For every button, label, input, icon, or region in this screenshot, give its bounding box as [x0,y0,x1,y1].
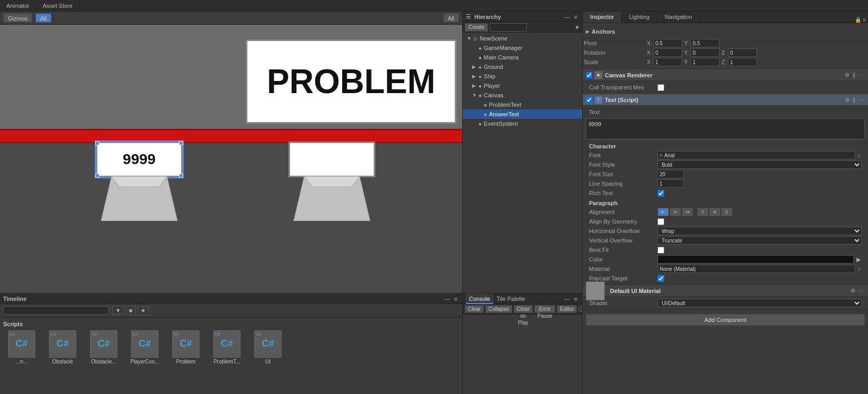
hierarchy-item-eventsystem[interactable]: ▶ ● EventSystem [463,119,582,128]
raycast-target-checkbox[interactable] [657,275,664,282]
tl-btn-3[interactable]: ★ [137,306,149,316]
timeline-lock-btn[interactable]: — [443,296,452,302]
material-select-btn[interactable]: ○ [856,266,862,272]
v-overflow-dropdown[interactable]: Truncate [657,236,862,245]
tab-asset-store[interactable]: Asset Store [36,0,79,12]
answer-box-1[interactable]: 9999 [96,142,183,177]
font-style-dropdown[interactable]: Bold [657,160,862,169]
scale-z-input[interactable] [728,58,757,66]
hierarchy-item-ground[interactable]: ▶ ● Ground [463,62,582,72]
tab-navigation[interactable]: Navigation [657,12,700,23]
default-material-settings-btn[interactable]: ⚙ [850,288,856,294]
text-script-checkbox[interactable] [586,97,592,103]
script-item-4[interactable]: C# C# Problem [167,330,204,365]
hierarchy-opts[interactable]: ▼ [574,24,580,31]
gizmos-button[interactable]: Gizmos [3,13,32,23]
font-field[interactable]: A Arial [657,151,855,159]
color-eyedropper-btn[interactable]: ▶ [855,256,862,263]
font-size-input[interactable] [657,170,684,178]
clear-button[interactable]: Clear [465,305,484,313]
align-right-btn[interactable]: ⇥ [682,208,693,216]
tab-inspector[interactable]: Inspector [583,12,622,23]
align-by-geometry-checkbox[interactable] [657,218,664,225]
hierarchy-item-maincamera[interactable]: ▶ ● Main Camera [463,53,582,62]
hierarchy-menu-btn[interactable]: ≡ [573,14,579,20]
hierarchy-item-answertext[interactable]: ▶ ● AnswerText [463,109,582,119]
default-material-header[interactable]: Default UI Material ⚙ ⋯ [583,285,868,297]
all-button[interactable]: All [35,13,51,23]
script-item-6[interactable]: C# C# UI [250,330,286,365]
inspector-lock-btn[interactable]: 🔒 [855,17,861,23]
hierarchy-item-gamemanager[interactable]: ▶ ● GameManager [463,43,582,53]
inspector-menu-btn[interactable]: ≡ [863,17,866,23]
text-value-area[interactable]: 9999 [586,118,865,139]
shader-dropdown[interactable]: UI/Default [657,299,862,307]
pivot-x-input[interactable] [653,39,682,47]
text-script-more-btn[interactable]: ⋯ [857,97,865,103]
align-bottom-btn[interactable]: ⇩ [721,208,733,216]
align-middle-btn[interactable]: ≡ [709,208,721,216]
default-material-more-btn[interactable]: ⋯ [857,288,865,294]
timeline-search-input[interactable] [3,306,108,315]
hierarchy-item-newscene[interactable]: ▼ ⊙ NewScene [463,34,582,43]
tl-btn-2[interactable]: ■ [126,306,136,315]
hierarchy-lock-btn[interactable]: — [563,14,572,20]
console-tab-console[interactable]: Console [466,294,493,304]
timeline-menu-btn[interactable]: ≡ [453,296,459,302]
rich-text-checkbox[interactable] [657,190,664,197]
answer-text-1: 9999 [123,151,155,168]
tl-btn-1[interactable]: ▼ [112,306,124,315]
clear-on-play-button[interactable]: Clear on Play [514,305,533,313]
editor-button[interactable]: Editor [557,305,577,313]
canvas-renderer-settings-btn[interactable]: ⚙ [844,72,851,78]
hierarchy-create-btn[interactable]: Create [465,23,488,32]
text-script-settings-btn[interactable]: ⚙ [844,97,851,103]
align-top-btn[interactable]: ⇧ [697,208,709,216]
answer-box-2[interactable] [288,142,375,177]
canvas-renderer-header[interactable]: ■ Canvas Renderer ⚙ ∥ ⋯ [583,69,868,81]
cull-transparent-checkbox[interactable] [657,84,664,91]
rotation-x-input[interactable] [653,48,682,57]
hierarchy-search-input[interactable] [490,23,527,32]
material-field[interactable]: None (Material) [657,265,855,273]
search-button[interactable]: All [443,13,459,23]
console-menu-btn[interactable]: ≡ [573,296,579,302]
best-fit-checkbox[interactable] [657,247,664,254]
tab-lighting[interactable]: Lighting [622,12,657,23]
align-center-btn[interactable]: ≡ [670,208,681,216]
canvas-renderer-more-btn[interactable]: ⋯ [857,72,865,78]
script-item-3[interactable]: C# C# PlayerCon... [126,330,163,365]
add-component-button[interactable]: Add Component [586,314,865,326]
text-script-header[interactable]: T Text (Script) ⚙ ∥ ⋯ [583,94,868,106]
script-item-1[interactable]: C# C# Obstacle [44,330,81,365]
pivot-row: Pivot X Y [583,38,868,48]
rotation-z-input[interactable] [728,48,757,57]
scale-x-input[interactable] [653,58,682,66]
h-overflow-dropdown[interactable]: Wrap [657,227,862,235]
hierarchy-item-problemtext[interactable]: ▶ ● ProblemText [463,100,582,109]
line-spacing-input[interactable] [657,179,684,188]
paragraph-section-title: Paragraph [586,198,865,207]
align-left-btn[interactable]: ⇤ [657,208,669,216]
error-pause-button[interactable]: Error Pause [534,305,555,313]
font-select-btn[interactable]: ○ [856,153,862,158]
script-item-5[interactable]: C# C# ProblemT... [208,330,245,365]
collapse-button[interactable]: Collapse [485,305,512,313]
canvas-renderer-checkbox[interactable] [586,72,592,78]
scale-y-input[interactable] [691,58,720,66]
rotation-y-input[interactable] [691,48,720,57]
text-script-expand-btn[interactable]: ∥ [852,97,856,103]
hierarchy-item-canvas[interactable]: ▼ ● Canvas [463,90,582,100]
color-field[interactable] [657,255,854,264]
tab-animator[interactable]: Animator [0,0,36,12]
script-item-2[interactable]: C# C# Obstacle... [85,330,122,365]
canvas-renderer-expand-btn[interactable]: ∥ [852,72,856,78]
hierarchy-item-ship[interactable]: ▶ ● Ship [463,72,582,81]
anchors-header[interactable]: ▶ Anchors [586,27,865,36]
scene-view[interactable]: PROBLEM 9999 [0,25,462,293]
pivot-y-input[interactable] [691,39,720,47]
console-lock-btn[interactable]: — [563,296,572,302]
console-tab-tilepalette[interactable]: Tile Palette [493,294,528,304]
script-item-0[interactable]: C# C# ...n... [3,330,40,365]
hierarchy-item-player[interactable]: ▶ ● Player [463,81,582,90]
